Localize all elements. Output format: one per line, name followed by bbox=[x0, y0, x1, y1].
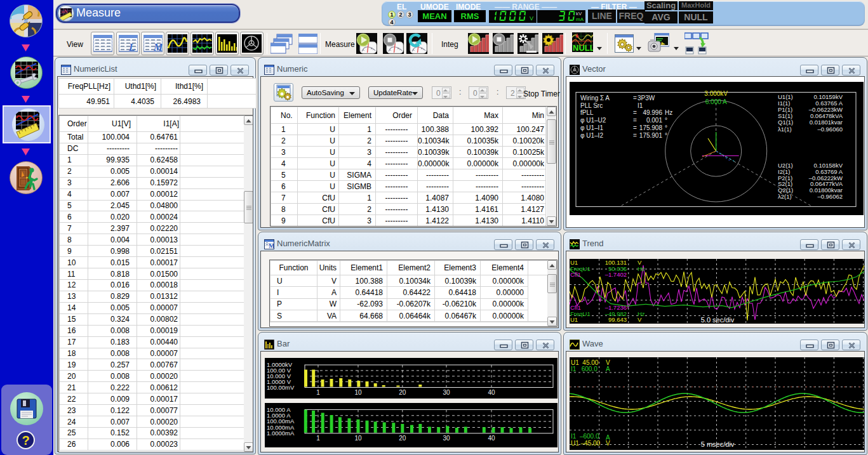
svg-text:1: 1 bbox=[316, 435, 320, 442]
svg-text:=: = bbox=[633, 95, 637, 102]
svg-text:U1 –45.00: U1 –45.00 bbox=[571, 440, 601, 447]
svg-text:175.901: 175.901 bbox=[639, 132, 663, 139]
svg-text:V: V bbox=[606, 440, 610, 447]
svg-text:5 msec/div: 5 msec/div bbox=[701, 440, 735, 448]
svg-text:A: A bbox=[606, 366, 610, 373]
svg-text:0.001: 0.001 bbox=[646, 117, 662, 124]
svg-text:30: 30 bbox=[443, 389, 450, 396]
svg-text:M: M bbox=[269, 242, 274, 249]
svg-text:°: ° bbox=[665, 124, 667, 131]
svg-text:fPLL: fPLL bbox=[580, 109, 594, 116]
svg-text:–0.96060: –0.96060 bbox=[817, 126, 843, 133]
svg-text:=: = bbox=[633, 132, 637, 139]
svg-text:PLL Src: PLL Src bbox=[580, 102, 603, 109]
svg-text:1: 1 bbox=[316, 389, 320, 396]
svg-text:λ2(1): λ2(1) bbox=[778, 193, 792, 200]
svg-text:10: 10 bbox=[354, 389, 362, 396]
svg-text:49.996: 49.996 bbox=[643, 109, 662, 116]
svg-text:30: 30 bbox=[443, 435, 450, 442]
svg-text:Hz: Hz bbox=[665, 109, 672, 116]
svg-text:40: 40 bbox=[488, 389, 495, 396]
svg-text:20: 20 bbox=[399, 435, 406, 442]
svg-text:Hz: Hz bbox=[638, 265, 645, 272]
svg-text:=: = bbox=[633, 117, 637, 124]
svg-text:175.908: 175.908 bbox=[639, 124, 663, 131]
svg-text:NULL: NULL bbox=[573, 43, 593, 52]
svg-text:Wiring Σ A: Wiring Σ A bbox=[580, 95, 610, 102]
svg-text:3.000kV: 3.000kV bbox=[704, 90, 728, 97]
svg-text:λ1(1): λ1(1) bbox=[778, 126, 792, 133]
svg-text:φ U1–U2: φ U1–U2 bbox=[580, 117, 606, 124]
svg-text:I1 –600.0: I1 –600.0 bbox=[571, 433, 599, 440]
svg-text:20: 20 bbox=[399, 389, 406, 396]
svg-text:=: = bbox=[633, 124, 637, 131]
svg-text:99.643: 99.643 bbox=[608, 316, 627, 323]
svg-text:=: = bbox=[633, 109, 637, 116]
svg-text:Cfl1: Cfl1 bbox=[570, 271, 581, 278]
svg-text:6.000 A: 6.000 A bbox=[705, 98, 727, 105]
svg-text:100.00mV: 100.00mV bbox=[267, 384, 295, 391]
svg-text:40: 40 bbox=[488, 435, 495, 442]
svg-text:φ U1–I1: φ U1–I1 bbox=[580, 124, 603, 131]
svg-text:I1 600.0: I1 600.0 bbox=[571, 366, 598, 373]
svg-text:L: L bbox=[128, 42, 135, 52]
svg-text:M: M bbox=[153, 42, 163, 52]
svg-text:I1: I1 bbox=[638, 102, 643, 109]
svg-text:–0.96062: –0.96062 bbox=[817, 193, 843, 200]
svg-text:V: V bbox=[638, 316, 642, 323]
svg-text:φ U1–I2: φ U1–I2 bbox=[580, 132, 603, 139]
svg-text:3P3W: 3P3W bbox=[638, 95, 655, 102]
svg-text:1.0000mA: 1.0000mA bbox=[267, 430, 295, 437]
svg-text:5.0 sec/div: 5.0 sec/div bbox=[701, 316, 735, 324]
svg-text:10: 10 bbox=[354, 435, 362, 442]
svg-text:U1: U1 bbox=[570, 316, 578, 323]
svg-text:–1.7402: –1.7402 bbox=[605, 271, 627, 278]
svg-text:°: ° bbox=[665, 132, 667, 139]
svg-text:°: ° bbox=[665, 117, 667, 124]
